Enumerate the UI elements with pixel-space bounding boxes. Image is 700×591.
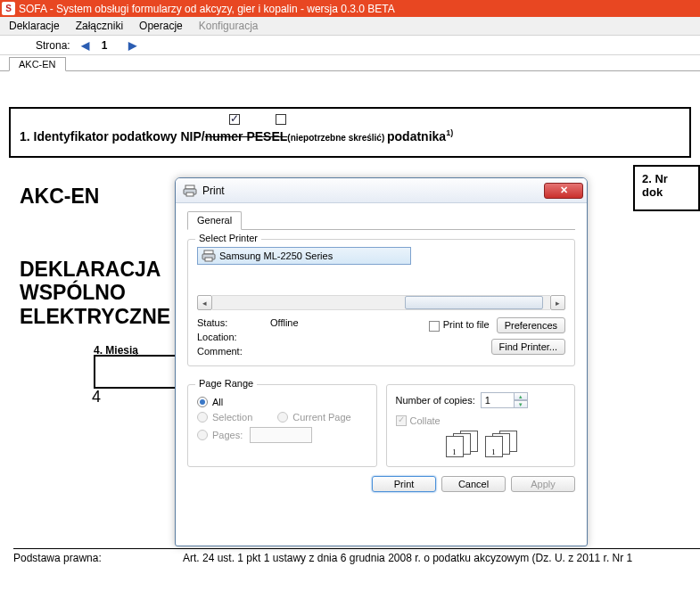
preferences-button[interactable]: Preferences [497,317,565,333]
svg-rect-0 [185,185,194,189]
scroll-right-icon[interactable]: ▸ [550,295,565,310]
pages-input [250,427,312,443]
menu-bar: Deklaracje Załączniki Operacje Konfigura… [0,17,700,36]
radio-pages-label: Pages: [212,430,243,440]
status-label: Status: [197,317,270,328]
menu-operations[interactable]: Operacje [139,20,183,32]
print-dialog-title-bar[interactable]: Print ✕ [176,178,587,203]
title-bar: S SOFA - System obsługi formularzy od ak… [0,0,700,17]
menu-declarations[interactable]: Deklaracje [9,20,60,32]
radio-all[interactable] [197,397,208,407]
window-title: SOFA - System obsługi formularzy od akcy… [19,3,395,15]
field-1-box: 1. Identyfikator podatkowy NIP/numer PES… [9,107,691,158]
comment-label: Comment: [197,346,270,357]
copies-input[interactable] [481,392,515,408]
svg-rect-3 [204,250,213,254]
page-number: 1 [102,39,108,52]
collate-label: Collate [410,415,441,426]
apply-button: Apply [511,476,575,492]
legal-basis: Podstawa prawna: Art. 24 ust. 1 pkt 1 us… [13,548,700,564]
page-next-icon[interactable]: ▶ [128,39,136,52]
file-tab-akc-en[interactable]: AKC-EN [9,57,66,71]
tab-general[interactable]: General [187,211,242,230]
select-printer-label: Select Printer [195,233,261,243]
copies-label: Number of copies: [396,395,475,406]
svg-rect-5 [205,258,212,261]
field-1-label: 1. Identyfikator podatkowy NIP/numer PES… [20,128,680,144]
location-label: Location: [197,332,270,342]
printer-list-scrollbar[interactable]: ◂ ▸ [197,295,565,310]
close-button[interactable]: ✕ [544,183,583,199]
field-4-label: 4. Miesią [94,344,138,357]
cancel-button[interactable]: Cancel [441,476,506,492]
printer-item-samsung[interactable]: Samsung ML-2250 Series [197,247,411,265]
checkbox-nip[interactable] [229,114,240,125]
radio-pages [197,430,208,440]
print-button[interactable]: Print [372,476,436,492]
print-to-file-checkbox[interactable] [429,321,440,332]
select-printer-group: Select Printer Samsung ML-2250 Series ◂ … [187,239,575,366]
collate-checkbox [396,415,407,426]
status-value: Offline [270,317,399,328]
printer-name: Samsung ML-2250 Series [219,250,333,261]
scroll-thumb[interactable] [405,296,543,309]
svg-rect-2 [186,193,194,196]
print-to-file-label: Print to file [443,319,490,330]
page-label: Strona: [36,39,70,52]
page-range-label: Page Range [195,378,257,389]
menu-attachments[interactable]: Załączniki [76,20,123,32]
copies-group: Number of copies: ▲▼ Collate 321 321 [386,384,576,467]
radio-current-page [277,412,288,423]
radio-all-label: All [212,397,223,407]
app-icon: S [2,2,15,15]
find-printer-button[interactable]: Find Printer... [491,339,565,355]
collate-icon: 321 321 [446,431,566,457]
field-2-box: 2. Nr dok [633,165,700,211]
scroll-left-icon[interactable]: ◂ [197,295,212,310]
radio-current-page-label: Current Page [292,412,350,423]
file-tab-bar: AKC-EN [0,55,700,71]
menu-configuration[interactable]: Konfiguracja [199,20,259,32]
printer-icon [183,185,197,197]
checkbox-pesel[interactable] [276,114,286,125]
page-prev-icon[interactable]: ◀ [81,39,89,52]
print-dialog: Print ✕ General Select Printer Samsung M… [175,177,588,546]
radio-selection [197,412,208,423]
printer-icon [202,250,216,262]
radio-selection-label: Selection [212,412,252,423]
field-4-value: 4 [92,388,101,406]
print-dialog-title: Print [202,185,225,197]
page-nav: Strona: ◀ 1 ▶ [0,36,700,55]
page-range-group: Page Range All Selection Current Page Pa… [187,384,377,467]
copies-spinner[interactable]: ▲▼ [514,392,528,408]
